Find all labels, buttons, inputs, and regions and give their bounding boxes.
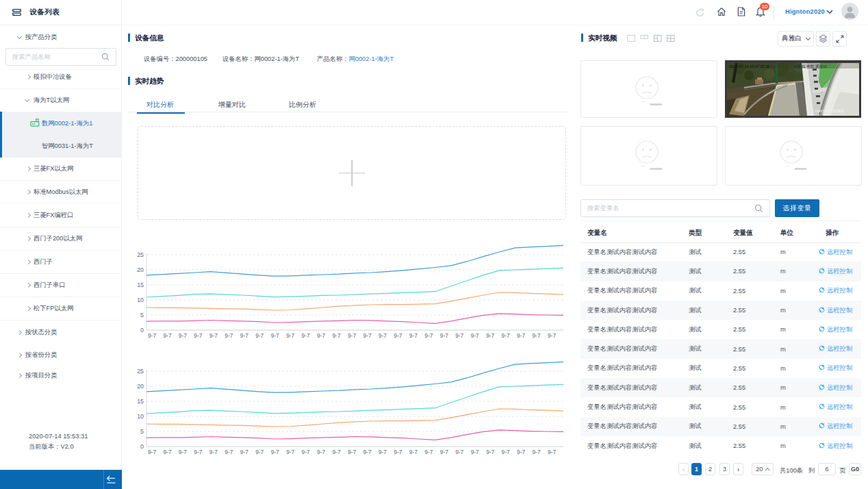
- svg-text:25: 25: [137, 251, 144, 258]
- svg-text:9-7: 9-7: [363, 449, 371, 455]
- svg-text:9-7: 9-7: [532, 332, 540, 339]
- svg-text:25: 25: [137, 368, 144, 375]
- svg-text:9-7: 9-7: [286, 332, 294, 339]
- svg-text:9-7: 9-7: [440, 332, 448, 339]
- svg-text:9-7: 9-7: [302, 449, 310, 455]
- svg-text:9-7: 9-7: [532, 449, 540, 455]
- svg-text:9-7: 9-7: [240, 332, 248, 339]
- svg-text:9-7: 9-7: [209, 332, 218, 339]
- svg-text:0: 0: [140, 327, 144, 334]
- svg-text:HW/T4N 摄像机: HW/T4N 摄像机: [815, 109, 845, 113]
- svg-text:9-7: 9-7: [194, 332, 202, 339]
- svg-text:9-7: 9-7: [179, 449, 187, 455]
- svg-text:9-7: 9-7: [225, 332, 233, 339]
- svg-text:9-7: 9-7: [424, 332, 433, 339]
- svg-text:9-7: 9-7: [317, 449, 325, 455]
- svg-text:9-7: 9-7: [424, 449, 433, 455]
- svg-text:9-7: 9-7: [194, 449, 202, 455]
- svg-text:9-7: 9-7: [379, 449, 387, 455]
- svg-text:0: 0: [140, 443, 144, 450]
- svg-text:9-7: 9-7: [394, 449, 402, 455]
- svg-text:9-7: 9-7: [317, 332, 325, 339]
- svg-text:9-7: 9-7: [348, 449, 356, 455]
- svg-text:9-7: 9-7: [148, 332, 156, 339]
- svg-text:9-7: 9-7: [271, 449, 279, 455]
- svg-text:20: 20: [137, 266, 144, 273]
- svg-text:9-7: 9-7: [471, 332, 479, 339]
- svg-text:9-7: 9-7: [409, 449, 418, 455]
- svg-text:9-7: 9-7: [502, 332, 510, 339]
- svg-text:5: 5: [140, 312, 144, 318]
- svg-text:20: 20: [137, 383, 144, 390]
- svg-text:9-7: 9-7: [502, 449, 510, 455]
- svg-text:9-7: 9-7: [332, 332, 340, 339]
- svg-text:9-7: 9-7: [471, 449, 479, 455]
- svg-text:9-7: 9-7: [409, 332, 418, 339]
- svg-text:9-7: 9-7: [486, 449, 494, 455]
- svg-text:9-7: 9-7: [163, 332, 171, 339]
- svg-text:9-7: 9-7: [455, 332, 463, 339]
- svg-text:9-7: 9-7: [363, 332, 371, 339]
- svg-text:9-7: 9-7: [148, 449, 156, 455]
- svg-text:9-7: 9-7: [517, 332, 525, 339]
- svg-text:9-7: 9-7: [455, 449, 463, 455]
- svg-text:9-7: 9-7: [348, 332, 356, 339]
- svg-text:15: 15: [137, 398, 144, 405]
- svg-text:设备01 全部 通道01: 设备01 全部 通道01: [793, 64, 827, 69]
- svg-text:2020-07-14 15:47:25 周二: 2020-07-14 15:47:25 周二: [729, 64, 774, 68]
- svg-text:9-7: 9-7: [255, 332, 264, 339]
- svg-text:9-7: 9-7: [286, 449, 294, 455]
- svg-text:9-7: 9-7: [379, 332, 387, 339]
- svg-text:9-7: 9-7: [440, 449, 448, 455]
- svg-text:9-7: 9-7: [548, 449, 556, 455]
- svg-text:9-7: 9-7: [394, 332, 402, 339]
- svg-text:9-7: 9-7: [240, 449, 248, 455]
- svg-text:10: 10: [137, 413, 144, 420]
- svg-text:5: 5: [140, 428, 144, 435]
- svg-text:9-7: 9-7: [517, 449, 525, 455]
- svg-text:9-7: 9-7: [209, 449, 218, 455]
- svg-text:10: 10: [137, 297, 144, 303]
- svg-text:9-7: 9-7: [179, 332, 187, 339]
- svg-text:9-7: 9-7: [255, 449, 264, 455]
- svg-text:9-7: 9-7: [548, 332, 556, 339]
- svg-text:9-7: 9-7: [163, 449, 171, 455]
- svg-text:9-7: 9-7: [271, 332, 279, 339]
- svg-text:9-7: 9-7: [486, 332, 494, 339]
- svg-text:9-7: 9-7: [225, 449, 233, 455]
- svg-text:15: 15: [137, 281, 144, 288]
- svg-text:9-7: 9-7: [302, 332, 310, 339]
- svg-text:9-7: 9-7: [332, 449, 340, 455]
